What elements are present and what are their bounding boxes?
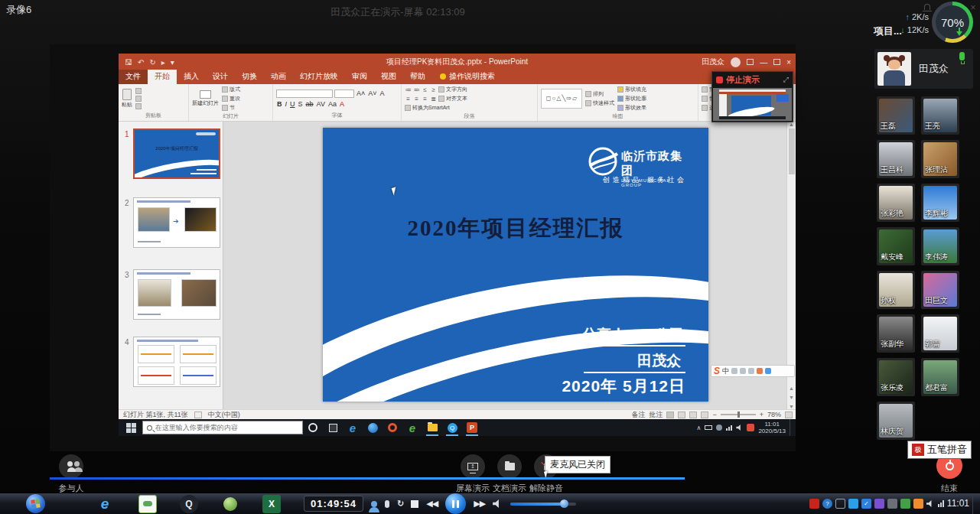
decrease-font-icon[interactable]: A˅	[367, 89, 377, 97]
participant-tile[interactable]: 张彩艳	[877, 184, 915, 222]
stop-presenting-button[interactable]: 停止演示 ⤢	[712, 72, 793, 87]
tab-home[interactable]: 开始	[148, 70, 177, 84]
host-clock[interactable]: 11:01	[947, 499, 969, 509]
ppt-close-button[interactable]: ×	[786, 58, 791, 67]
sogou-ime-bar[interactable]: S 中	[711, 365, 795, 377]
comments-toggle[interactable]: 批注	[649, 410, 663, 420]
ime-mode-indicator[interactable]: 中	[722, 366, 729, 376]
previous-slide-button[interactable]: ▲	[787, 386, 796, 391]
align-right-icon[interactable]: ≡	[422, 96, 428, 102]
participant-tile[interactable]: 张乐凌	[877, 358, 915, 396]
host-show-desktop[interactable]	[972, 493, 975, 514]
excel-icon[interactable]: X	[262, 495, 281, 513]
zoom-slider-thumb[interactable]	[737, 412, 740, 418]
ppt-restore-button[interactable]	[773, 59, 780, 65]
slide-sorter-view-icon[interactable]	[678, 412, 685, 418]
next-slide-button[interactable]: ▼	[787, 395, 796, 400]
host-signal-icon[interactable]	[938, 500, 944, 507]
participant-tile[interactable]: 郭雷	[921, 314, 959, 353]
network-signal-icon[interactable]	[726, 425, 732, 431]
undo-icon[interactable]: ↶	[138, 58, 144, 67]
volume-slider[interactable]	[510, 503, 576, 506]
recorder-refresh-icon[interactable]: ↻	[397, 499, 403, 509]
format-painter-button[interactable]	[135, 103, 142, 109]
text-direction-button[interactable]: 文字方向	[438, 86, 467, 93]
reading-view-icon[interactable]	[689, 412, 697, 418]
ime-mic-icon[interactable]	[740, 368, 746, 374]
zoom-slider[interactable]	[721, 414, 756, 415]
justify-icon[interactable]: ≣	[430, 96, 437, 102]
font-name-box[interactable]	[276, 89, 333, 98]
tray-help-icon[interactable]: ?	[822, 499, 832, 509]
numbering-icon[interactable]: ≕	[413, 86, 420, 93]
participant-tile[interactable]: 张副华	[877, 314, 915, 353]
orange-browser-icon[interactable]	[384, 420, 401, 435]
participant-tile[interactable]: 都君富	[921, 358, 959, 396]
tray-seal-icon[interactable]	[809, 499, 819, 509]
performance-badge[interactable]: 70%	[932, 2, 973, 43]
tab-view[interactable]: 视图	[374, 70, 403, 84]
tab-insert[interactable]: 插入	[177, 70, 206, 84]
cut-button[interactable]	[135, 88, 142, 94]
ime-status-bar[interactable]: 极 五笔拼音	[907, 441, 972, 459]
tray-qq-icon[interactable]	[848, 499, 858, 509]
bullets-icon[interactable]: ≔	[405, 86, 412, 93]
scroll-down-icon[interactable]: ▼	[787, 404, 796, 409]
shapes-gallery[interactable]: ◻ ○ △ ╲ ⇨ ▱	[541, 89, 582, 109]
volume-slider-thumb[interactable]	[560, 499, 568, 508]
language-indicator[interactable]: 中文(中国)	[208, 410, 240, 420]
quick-styles-button[interactable]: 快速样式	[585, 99, 614, 107]
notes-toggle[interactable]: 备注	[631, 410, 645, 420]
section-button[interactable]: 节	[222, 104, 240, 112]
participant-tile[interactable]: 田巨文	[921, 271, 959, 309]
taskbar-search[interactable]	[142, 421, 303, 434]
edge-icon[interactable]: e	[344, 420, 361, 435]
indent-less-icon[interactable]: ≤	[422, 86, 428, 93]
notification-bell-icon[interactable]	[924, 4, 930, 10]
green-browser-icon[interactable]: e	[404, 420, 421, 435]
file-explorer-icon[interactable]	[424, 420, 441, 435]
search-input[interactable]	[155, 424, 298, 431]
tab-review[interactable]: 审阅	[345, 70, 374, 84]
participant-tile[interactable]: 戴安峰	[877, 227, 915, 265]
font-size-box[interactable]	[334, 89, 354, 98]
bold-button[interactable]: B	[276, 100, 283, 108]
shape-outline-button[interactable]: 形状轮廓	[617, 95, 646, 102]
zoom-in-button[interactable]: +	[760, 411, 763, 418]
shape-effects-button[interactable]: 形状效果	[617, 104, 646, 112]
recorder-stop-button[interactable]	[411, 500, 418, 508]
ime-emoji-icon[interactable]	[731, 368, 737, 374]
expand-panel-icon[interactable]: ⤢	[783, 76, 789, 84]
char-spacing-icon[interactable]: AV	[316, 100, 326, 108]
slide-thumbnail-1[interactable]: 2020年项目经理汇报	[133, 128, 220, 179]
copy-button[interactable]	[135, 96, 142, 102]
slideshow-view-icon[interactable]	[701, 412, 708, 418]
align-center-icon[interactable]: ≡	[413, 96, 420, 102]
tab-design[interactable]: 设计	[206, 70, 235, 84]
customize-qat-icon[interactable]: ▾	[171, 58, 174, 67]
tell-me-search[interactable]: 操作说明搜索	[440, 71, 495, 84]
reset-button[interactable]: 重设	[222, 95, 240, 102]
q-browser-icon[interactable]: Q	[180, 495, 198, 513]
host-volume-icon[interactable]	[926, 500, 935, 507]
save-icon[interactable]: 🖫	[125, 58, 132, 67]
redo-icon[interactable]: ↻	[149, 58, 155, 67]
italic-button[interactable]: I	[285, 100, 288, 108]
shadow-button[interactable]: S	[298, 100, 304, 108]
normal-view-icon[interactable]	[666, 412, 674, 418]
arrange-button[interactable]: 排列	[585, 90, 614, 98]
tab-transitions[interactable]: 切换	[235, 70, 264, 84]
ppt-account-avatar[interactable]	[731, 57, 741, 67]
chat-app-icon[interactable]: Q	[444, 420, 461, 435]
font-color-icon[interactable]: A	[339, 100, 345, 108]
participant-tile[interactable]: 李伟涛	[921, 227, 959, 265]
show-desktop-button[interactable]	[790, 419, 793, 436]
ime-skin-icon[interactable]	[765, 368, 771, 374]
participant-tile[interactable]: 王磊	[877, 96, 915, 135]
underline-button[interactable]: U	[289, 100, 296, 108]
ppt-account-name[interactable]: 田茂众	[702, 57, 724, 67]
tray-orange-icon[interactable]	[913, 499, 923, 509]
tray-status-icon[interactable]	[716, 425, 722, 431]
indent-more-icon[interactable]: ≥	[430, 86, 437, 93]
scroll-up-icon[interactable]: ▲	[787, 122, 796, 127]
